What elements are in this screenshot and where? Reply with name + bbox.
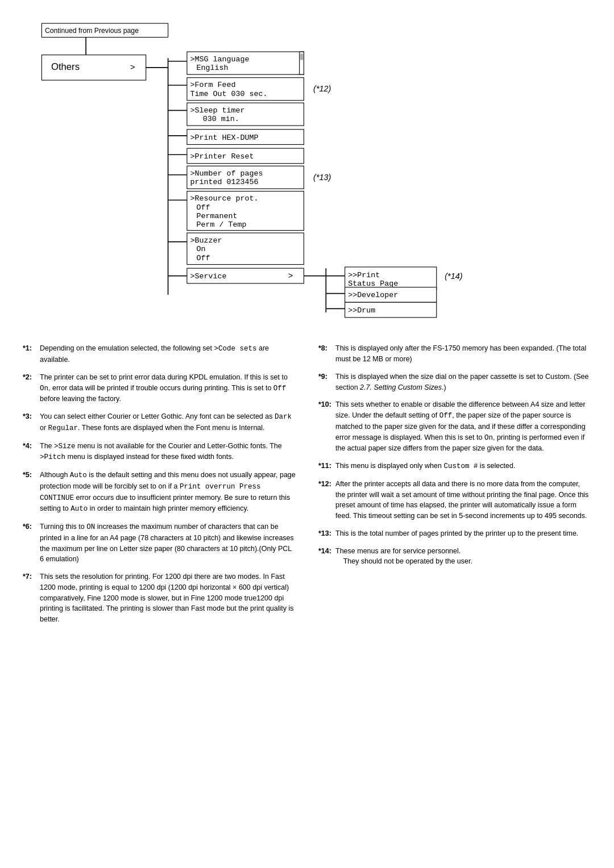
svg-text:Off: Off — [197, 203, 210, 212]
note-3-label: *3: — [23, 411, 40, 422]
svg-text:030 min.: 030 min. — [203, 115, 239, 123]
menu-diagram: Continued from Previous page Others > >M… — [23, 17, 591, 326]
note-13: *13: This is the total number of pages p… — [318, 528, 591, 539]
note-9-label: *9: — [318, 372, 335, 382]
svg-text:>Resource prot.: >Resource prot. — [190, 194, 258, 203]
note-12-text: After the printer accepts all data and t… — [335, 479, 591, 521]
svg-text:>: > — [130, 62, 135, 72]
note-3: *3: You can select either Courier or Let… — [23, 411, 296, 434]
note-12: *12: After the printer accepts all data … — [318, 479, 591, 521]
note-14: *14: These menus are for service personn… — [318, 546, 591, 567]
note-4: *4: The >Size menu is not available for … — [23, 441, 296, 464]
svg-text:>: > — [288, 271, 293, 280]
continued-label: Continued from Previous page — [45, 27, 139, 35]
note-11-label: *11: — [318, 461, 335, 471]
svg-text:Permanent: Permanent — [197, 212, 238, 220]
notes-right-column: *8: This is displayed only after the FS-… — [318, 343, 591, 632]
notes-left-column: *1: Depending on the emulation selected,… — [23, 343, 296, 632]
svg-text:>MSG language: >MSG language — [190, 55, 249, 64]
note-5-text: Although Auto is the default setting and… — [40, 470, 296, 515]
note-1-label: *1: — [23, 343, 40, 354]
note-4-text: The >Size menu is not available for the … — [40, 441, 296, 464]
note-8-label: *8: — [318, 343, 335, 354]
notes-section: *1: Depending on the emulation selected,… — [23, 343, 591, 632]
note-9-text: This is displayed when the size dial on … — [335, 372, 591, 393]
note-2-label: *2: — [23, 372, 40, 383]
svg-text:Perm / Temp: Perm / Temp — [197, 220, 247, 229]
svg-text:>>Print: >>Print — [348, 271, 380, 279]
note-1: *1: Depending on the emulation selected,… — [23, 343, 296, 365]
note-10-label: *10: — [318, 399, 335, 410]
note-10-text: This sets whether to enable or disable t… — [335, 399, 591, 454]
svg-text:>Print HEX-DUMP: >Print HEX-DUMP — [190, 133, 258, 142]
note-7: *7: This sets the resolution for printin… — [23, 571, 296, 625]
svg-text:(*13): (*13) — [313, 173, 331, 182]
note-12-label: *12: — [318, 479, 335, 490]
note-7-text: This sets the resolution for printing. F… — [40, 571, 296, 625]
note-2: *2: The printer can be set to print erro… — [23, 372, 296, 404]
others-label: Others — [51, 61, 80, 72]
note-14-text: These menus are for service personnel. T… — [335, 546, 591, 567]
note-6: *6: Turning this to ON increases the max… — [23, 521, 296, 565]
note-2-text: The printer can be set to print error da… — [40, 372, 296, 404]
svg-rect-11 — [300, 53, 304, 60]
note-11-text: This menu is displayed only when Custom … — [335, 461, 591, 472]
svg-text:(*12): (*12) — [313, 84, 331, 93]
note-13-text: This is the total number of pages printe… — [335, 528, 591, 539]
note-13-label: *13: — [318, 528, 335, 539]
svg-text:Off: Off — [197, 254, 210, 262]
svg-text:>Sleep timer: >Sleep timer — [190, 106, 244, 115]
note-8-text: This is displayed only after the FS-1750… — [335, 343, 591, 365]
note-11: *11: This menu is displayed only when Cu… — [318, 461, 591, 472]
svg-text:>>Developer: >>Developer — [348, 291, 398, 299]
note-9: *9: This is displayed when the size dial… — [318, 372, 591, 393]
svg-text:>Form Feed: >Form Feed — [190, 81, 235, 89]
note-6-text: Turning this to ON increases the maximum… — [40, 521, 296, 565]
note-10: *10: This sets whether to enable or disa… — [318, 399, 591, 454]
svg-text:>Printer Reset: >Printer Reset — [190, 152, 254, 161]
svg-text:printed 0123456: printed 0123456 — [190, 178, 258, 186]
note-1-text: Depending on the emulation selected, the… — [40, 343, 296, 365]
svg-text:Time Out 030 sec.: Time Out 030 sec. — [190, 90, 267, 98]
svg-text:>>Drum: >>Drum — [348, 306, 375, 315]
svg-text:On: On — [197, 245, 206, 253]
svg-text:English: English — [197, 64, 229, 72]
note-3-text: You can select either Courier or Letter … — [40, 411, 296, 434]
svg-text:>Service: >Service — [190, 272, 226, 281]
note-5-label: *5: — [23, 470, 40, 481]
note-5: *5: Although Auto is the default setting… — [23, 470, 296, 515]
note-7-label: *7: — [23, 571, 40, 582]
note-14-label: *14: — [318, 546, 335, 557]
svg-text:(*14): (*14) — [445, 272, 462, 281]
svg-text:>Buzzer: >Buzzer — [190, 236, 222, 245]
note-8: *8: This is displayed only after the FS-… — [318, 343, 591, 365]
svg-text:>Number of pages: >Number of pages — [190, 169, 263, 178]
note-6-label: *6: — [23, 521, 40, 532]
note-4-label: *4: — [23, 441, 40, 452]
diagram-area: Continued from Previous page Others > >M… — [23, 17, 591, 326]
